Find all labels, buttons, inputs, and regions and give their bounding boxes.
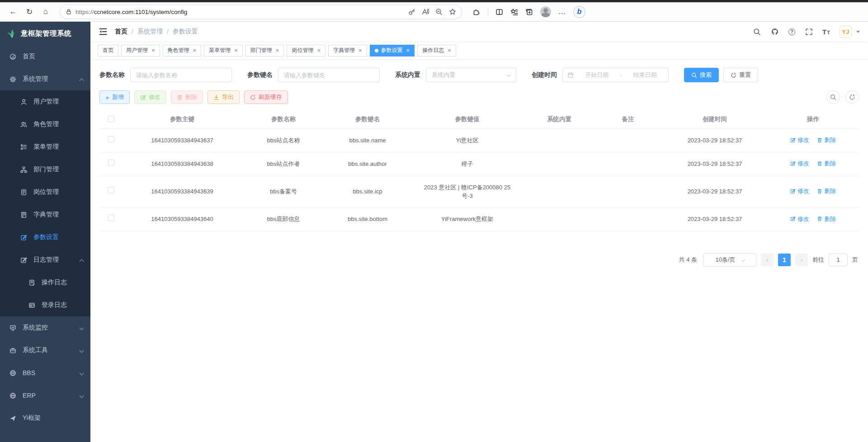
sidebar-item-system-monitor[interactable]: 系统监控 (0, 316, 90, 339)
tab-post-mgmt[interactable]: 岗位管理× (287, 45, 326, 56)
row-delete-link[interactable]: 删除 (817, 215, 836, 224)
url-text[interactable]: https://ccnetcore.com:1101/system/config (75, 9, 405, 15)
password-key-icon[interactable] (408, 8, 415, 15)
table-row[interactable]: 1641030593384943638 bbs站点作者 bbs.site.aut… (99, 152, 859, 176)
row-edit-link[interactable]: 修改 (790, 159, 809, 168)
bing-chat-icon[interactable]: b (573, 6, 585, 18)
page-number-1[interactable]: 1 (778, 254, 791, 266)
header-search-icon[interactable] (752, 27, 761, 36)
fullscreen-icon[interactable] (804, 27, 813, 36)
github-icon[interactable] (770, 27, 779, 36)
prev-page-button[interactable]: ‹ (761, 254, 774, 266)
row-checkbox[interactable] (108, 160, 114, 166)
extensions-icon[interactable] (473, 8, 481, 16)
tab-home[interactable]: 首页 (98, 45, 118, 56)
edit-button[interactable]: 修改 (134, 90, 166, 104)
zoom-out-icon[interactable] (435, 8, 443, 15)
sidebar-item-operation-log[interactable]: 操作日志 (0, 271, 90, 294)
browser-home-button[interactable]: ⌂ (39, 5, 52, 19)
sidebar-item-menu-mgmt[interactable]: 菜单管理 (0, 136, 90, 158)
breadcrumb-home[interactable]: 首页 (115, 28, 127, 36)
tab-close-icon[interactable]: × (193, 47, 197, 54)
tab-close-icon[interactable]: × (276, 47, 279, 54)
sidebar-item-param-config[interactable]: 参数设置 (0, 226, 90, 249)
tab-close-icon[interactable]: × (359, 47, 362, 54)
font-size-icon[interactable]: TT (822, 28, 830, 36)
sidebar-item-login-log[interactable]: 登录日志 (0, 294, 90, 316)
next-page-button[interactable]: › (795, 254, 808, 266)
favorite-star-icon[interactable] (449, 8, 456, 15)
sidebar-item-role-mgmt[interactable]: 角色管理 (0, 113, 90, 136)
browser-profile-avatar[interactable] (540, 6, 551, 17)
reset-button[interactable]: 重置 (723, 68, 758, 82)
tab-operation-log[interactable]: 操作日志× (417, 45, 456, 56)
sidebar-item-dept-mgmt[interactable]: 部门管理 (0, 158, 90, 181)
date-end-placeholder[interactable]: 结束日期 (627, 71, 664, 79)
table-row[interactable]: 1641030593384943640 bbs底部信息 bbs.site.bot… (99, 207, 859, 231)
search-button[interactable]: 搜索 (684, 68, 719, 82)
row-checkbox[interactable] (108, 136, 114, 142)
tab-role-mgmt[interactable]: 角色管理× (163, 45, 202, 56)
sidebar-item-system-mgmt[interactable]: 系统管理 (0, 68, 90, 90)
table-row[interactable]: 1641030593384943637 bbs站点名称 bbs.site.nam… (99, 129, 859, 152)
split-screen-icon[interactable] (495, 8, 503, 16)
table-refresh-button[interactable] (845, 90, 859, 104)
tab-dept-mgmt[interactable]: 部门管理× (245, 45, 284, 56)
browser-more-menu[interactable]: … (558, 8, 566, 16)
browser-address-bar[interactable]: https://ccnetcore.com:1101/system/config (60, 5, 462, 19)
sidebar-item-system-tools[interactable]: 系统工具 (0, 339, 90, 362)
avatar-dropdown-caret[interactable] (856, 31, 860, 33)
row-delete-link[interactable]: 删除 (817, 159, 836, 168)
sidebar-item-dict-mgmt[interactable]: 字典管理 (0, 203, 90, 226)
col-header-actions: 操作 (767, 110, 859, 129)
table-search-toggle-button[interactable] (826, 90, 840, 104)
sidebar-item-bbs[interactable]: BBS (0, 362, 90, 384)
param-key-input[interactable] (278, 68, 380, 82)
row-edit-link[interactable]: 修改 (790, 136, 809, 145)
sidebar-collapse-icon[interactable] (99, 27, 108, 36)
sidebar-item-post-mgmt[interactable]: 岗位管理 (0, 181, 90, 203)
row-delete-link[interactable]: 删除 (817, 136, 836, 145)
export-button[interactable]: 导出 (208, 90, 240, 104)
builtin-select[interactable]: 系统内置 (426, 68, 516, 82)
tab-close-icon[interactable]: × (151, 47, 155, 54)
favorites-bar-icon[interactable] (510, 8, 518, 16)
sidebar-item-user-mgmt[interactable]: 用户管理 (0, 90, 90, 113)
refresh-cache-button[interactable]: 刷新缓存 (244, 90, 288, 104)
help-icon[interactable]: ? (788, 28, 795, 35)
tab-close-icon[interactable]: × (448, 47, 451, 54)
page-size-select[interactable]: 10条/页 (703, 253, 756, 267)
param-name-label: 参数名称 (99, 71, 125, 79)
lock-icon[interactable] (66, 9, 72, 15)
date-range-picker[interactable]: 开始日期 - 结束日期 (562, 68, 669, 82)
select-all-checkbox[interactable] (108, 116, 114, 122)
user-avatar[interactable]: YJ (840, 26, 852, 38)
tab-close-icon[interactable]: × (406, 47, 410, 54)
sidebar-item-erp[interactable]: ERP (0, 384, 90, 407)
row-delete-link[interactable]: 删除 (817, 187, 836, 196)
tab-menu-mgmt[interactable]: 菜单管理× (204, 45, 243, 56)
sidebar-item-home[interactable]: 首页 (0, 45, 90, 68)
tab-dict-mgmt[interactable]: 字典管理× (328, 45, 367, 56)
tab-close-icon[interactable]: × (317, 47, 321, 54)
browser-back-button[interactable]: ← (6, 5, 20, 19)
tab-user-mgmt[interactable]: 用户管理× (121, 45, 160, 56)
delete-button[interactable]: 删除 (171, 90, 203, 104)
tab-param-config[interactable]: 参数设置× (370, 45, 415, 56)
sidebar-item-log-mgmt[interactable]: 日志管理 (0, 249, 90, 271)
goto-page-input[interactable] (829, 254, 848, 266)
date-start-placeholder[interactable]: 开始日期 (578, 71, 615, 79)
table-row[interactable]: 1641030593384943639 bbs备案号 bbs.site.icp … (99, 176, 859, 207)
browser-refresh-button[interactable]: ↻ (23, 5, 36, 19)
row-checkbox[interactable] (108, 215, 114, 221)
sidebar-item-yi-framework[interactable]: Yi框架 (0, 407, 90, 429)
add-button[interactable]: + 新增 (99, 90, 130, 104)
tab-close-icon[interactable]: × (234, 47, 238, 54)
row-checkbox[interactable] (108, 187, 114, 193)
read-aloud-icon[interactable] (422, 8, 429, 15)
collections-icon[interactable] (525, 8, 533, 16)
param-name-input[interactable] (130, 68, 232, 82)
row-edit-link[interactable]: 修改 (790, 215, 809, 224)
row-edit-link[interactable]: 修改 (790, 187, 809, 196)
breadcrumb-system-mgmt[interactable]: 系统管理 (137, 28, 163, 36)
